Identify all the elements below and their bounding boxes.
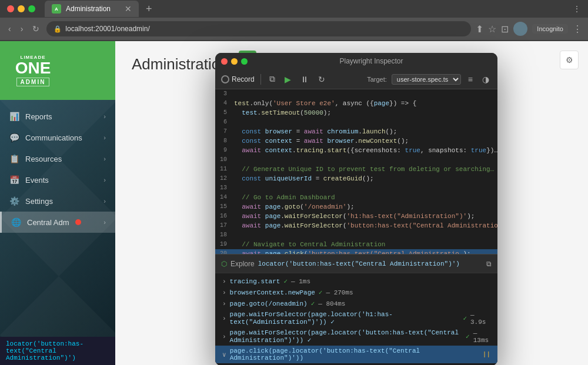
code-line: 18 <box>215 230 497 240</box>
result-item[interactable]: › browserContext.newPage ✓ — 270ms <box>215 287 497 298</box>
sidebar-item-events[interactable]: 📅 Events › <box>0 169 115 190</box>
window-menu-icon[interactable]: ⋮ <box>573 4 581 14</box>
title-bar: A Administration ✕ + ⋮ <box>0 0 588 18</box>
central-admin-icon: 🌐 <box>11 217 21 227</box>
refresh-button[interactable]: ↻ <box>316 73 328 85</box>
chevron-icon: › <box>103 197 106 205</box>
expand-icon[interactable]: › <box>222 289 226 296</box>
code-line: 17 await page.waitForSelector('button:ha… <box>215 221 497 230</box>
code-line: 12 const uniqueUserId = createGuid(); <box>215 174 497 183</box>
result-name: page.click(page.locator('button:has-text… <box>230 347 479 361</box>
share-icon[interactable]: ⬆ <box>476 24 483 35</box>
inspector-minimize-button[interactable] <box>231 58 238 65</box>
pause-button[interactable]: ⏸ <box>298 73 311 85</box>
new-tab-button[interactable]: + <box>142 3 156 15</box>
logo-one: ONE <box>15 60 51 76</box>
sidebar-item-label: Events <box>25 176 49 185</box>
address-bar[interactable]: 🔒 localhost:20001/oneadmin/ <box>46 21 471 36</box>
tab-close-button[interactable]: ✕ <box>125 4 132 14</box>
check-icon: ✓ <box>319 289 323 296</box>
browser-actions: ⬆ ☆ ⊡ Incognito ⋮ <box>476 22 582 36</box>
code-line: 6 <box>215 118 497 127</box>
expand-icon[interactable]: › <box>222 333 226 340</box>
result-name: browserContext.newPage <box>230 289 315 296</box>
expand-icon[interactable]: ∨ <box>222 351 226 359</box>
events-icon: 📅 <box>9 175 19 185</box>
theme-icon[interactable]: ◑ <box>480 73 492 85</box>
code-line: 13 <box>215 183 497 193</box>
code-line: 8 const context = await browser.newConte… <box>215 136 497 146</box>
close-button[interactable] <box>7 5 14 12</box>
sidebar-item-settings[interactable]: ⚙️ Settings › <box>0 190 115 212</box>
explore-locator[interactable]: locator('button:has-text("Central Admini… <box>258 260 483 267</box>
chevron-icon: › <box>103 134 106 141</box>
sidebar-tooltip: locator('button:has-text("Central Admini… <box>0 337 115 365</box>
inspector-close-button[interactable] <box>221 58 228 65</box>
avatar[interactable] <box>513 22 527 36</box>
reload-button[interactable]: ↻ <box>30 22 42 36</box>
check-icon: ✓ <box>466 333 470 340</box>
copy-locator-button[interactable]: ⧉ <box>486 260 492 268</box>
bookmark-icon[interactable]: ☆ <box>488 24 496 35</box>
tab-bar: A Administration ✕ + <box>40 0 541 18</box>
result-name: page.waitForSelector(page.locator('butto… <box>230 329 462 344</box>
chevron-icon: › <box>103 113 106 120</box>
active-tab[interactable]: A Administration ✕ <box>45 1 139 17</box>
back-button[interactable]: ‹ <box>6 22 14 36</box>
result-name: page.waitForSelector(page.locator('h1:ha… <box>230 311 460 326</box>
communications-icon: 💬 <box>9 133 19 142</box>
expand-icon[interactable]: › <box>222 300 226 307</box>
copy-button[interactable]: ⧉ <box>267 73 278 85</box>
forward-button[interactable]: › <box>18 22 26 36</box>
sidebar-item-central-admin[interactable]: 🌐 Central Adm › <box>0 212 115 233</box>
time-value: — 13ms <box>473 330 490 344</box>
reports-icon: 📊 <box>9 112 19 121</box>
logo-admin: ADMIN <box>16 78 50 86</box>
inspector-title-bar: Playwright Inspector <box>215 53 497 69</box>
result-item[interactable]: › page.goto(/oneadmin) ✓ — 804ms <box>215 298 497 309</box>
expand-icon[interactable]: › <box>222 278 226 285</box>
play-button[interactable]: ▶ <box>282 73 293 85</box>
filter-button[interactable]: ⚙ <box>560 51 579 69</box>
notification-badge <box>75 219 81 225</box>
window-icon[interactable]: ⊡ <box>501 24 509 35</box>
pause-icon: || <box>483 351 490 358</box>
sidebar-item-label: Reports <box>25 112 52 121</box>
sidebar-item-label: Settings <box>25 197 53 206</box>
code-editor[interactable]: 3 4test.only('User Store e2e', async ({p… <box>215 89 497 254</box>
maximize-button[interactable] <box>28 5 35 12</box>
sidebar: limeade ONE ADMIN 📊 Reports › 💬 Communic… <box>0 41 115 365</box>
sidebar-item-label: Communications <box>25 133 82 142</box>
result-item[interactable]: › page.waitForSelector(page.locator('but… <box>215 327 497 346</box>
sidebar-item-resources[interactable]: 📋 Resources › <box>0 148 115 169</box>
minimize-button[interactable] <box>18 5 25 12</box>
expand-icon[interactable]: › <box>222 315 226 322</box>
sidebar-item-reports[interactable]: 📊 Reports › <box>0 106 115 127</box>
target-select[interactable]: user-store.spec.ts <box>392 74 461 85</box>
inspector-maximize-button[interactable] <box>241 58 248 65</box>
browser-chrome: A Administration ✕ + ⋮ ‹ › ↻ 🔒 localhost… <box>0 0 588 41</box>
tab-title: Administration <box>66 5 111 13</box>
nav-menu: 📊 Reports › 💬 Communications › 📋 Resourc… <box>0 100 115 239</box>
more-options-icon[interactable]: ⋮ <box>573 24 582 35</box>
list-icon[interactable]: ≡ <box>466 73 475 85</box>
code-line: 10 <box>215 155 497 165</box>
address-text: localhost:20001/oneadmin/ <box>65 25 149 33</box>
code-line: 9 await context.tracing.start({screensho… <box>215 146 497 155</box>
code-line-highlighted: 20 await page.click('button:has-text("Ce… <box>215 249 497 254</box>
test-results: › tracing.start ✓ — 1ms › browserContext… <box>215 273 497 365</box>
result-item-active[interactable]: ∨ page.click(page.locator('button:has-te… <box>215 346 497 363</box>
code-line: 14 // Go to Admin Dashboard <box>215 193 497 202</box>
result-item[interactable]: › tracing.start ✓ — 1ms <box>215 276 497 287</box>
chevron-icon: › <box>103 219 106 226</box>
record-circle-icon <box>221 75 229 83</box>
main-content: ☰ Administration ⚙ Playwright Inspector … <box>115 41 588 365</box>
record-button[interactable]: Record <box>221 75 255 83</box>
result-name: page.goto(/oneadmin) <box>230 300 308 307</box>
lock-icon: 🔒 <box>54 25 62 33</box>
address-bar-row: ‹ › ↻ 🔒 localhost:20001/oneadmin/ ⬆ ☆ ⊡ … <box>0 18 588 40</box>
incognito-badge: Incognito <box>532 24 568 34</box>
result-item[interactable]: › page.waitForSelector(page.locator('h1:… <box>215 309 497 327</box>
sidebar-item-communications[interactable]: 💬 Communications › <box>0 127 115 148</box>
playwright-inspector: Playwright Inspector Record ⧉ ▶ ⏸ ↻ Targ… <box>215 53 497 365</box>
